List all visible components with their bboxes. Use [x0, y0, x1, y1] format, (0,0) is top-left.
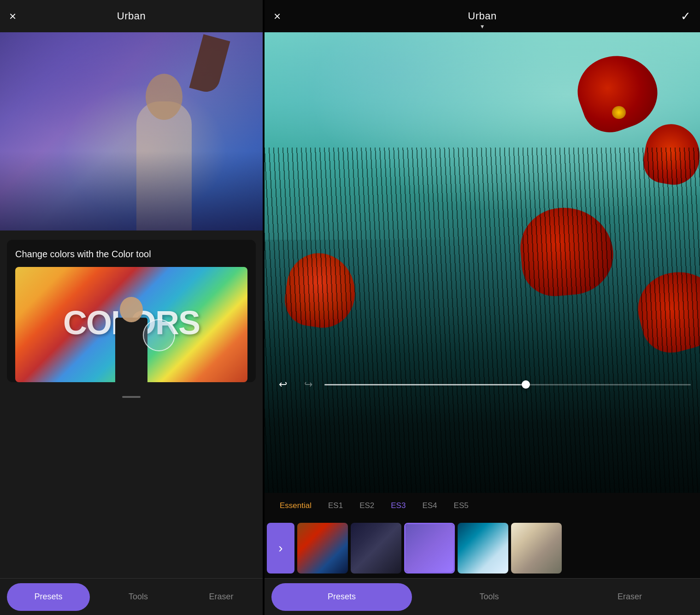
preset-thumbnails-row: ›: [265, 518, 700, 578]
poppy-center-1: [612, 106, 626, 119]
left-header: × Urban: [0, 0, 263, 32]
preset-thumb-1-image: [297, 523, 348, 574]
preset-thumb-3-image: [406, 524, 453, 572]
right-presets-tab[interactable]: Presets: [271, 583, 412, 611]
info-card-title: Change colors with the Color tool: [15, 249, 247, 260]
preset-thumb-2[interactable]: [351, 523, 401, 574]
slider-fill: [324, 384, 526, 385]
right-panel: × Urban ✓ ▾ ↩ ↪ Essential: [265, 0, 700, 615]
preset-thumb-5[interactable]: [511, 523, 562, 574]
tab-es1[interactable]: ES1: [320, 497, 351, 514]
right-confirm-button[interactable]: ✓: [681, 9, 691, 24]
info-card: Change colors with the Color tool COLORS: [7, 240, 256, 382]
right-close-button[interactable]: ×: [274, 9, 281, 24]
left-close-button[interactable]: ×: [9, 9, 16, 24]
preset-thumb-5-image: [511, 523, 562, 574]
tab-es2[interactable]: ES2: [351, 497, 382, 514]
poppy-background: [265, 32, 700, 493]
intensity-slider[interactable]: [324, 384, 691, 385]
chevron-down-icon[interactable]: ▾: [481, 23, 484, 30]
left-main-image: [0, 32, 263, 231]
slider-thumb[interactable]: [522, 380, 530, 389]
right-main-image: ↩ ↪: [265, 32, 700, 493]
magnifier-circle: [143, 319, 175, 351]
undo-button[interactable]: ↩: [274, 375, 292, 394]
right-header: × Urban ✓ ▾: [265, 0, 700, 32]
hair-detail: [189, 34, 230, 95]
preset-tabs-bar: Essential ES1 ES2 ES3 ES4 ES5: [265, 493, 700, 518]
tab-es4[interactable]: ES4: [414, 497, 445, 514]
right-bottom-tabs: Presets Tools Eraser: [265, 578, 700, 615]
preset-thumb-1[interactable]: [297, 523, 348, 574]
poppy-flower-1: [568, 44, 666, 140]
tab-essential[interactable]: Essential: [271, 497, 320, 514]
left-eraser-tab[interactable]: Eraser: [180, 579, 263, 615]
preset-thumb-4-image: [458, 523, 508, 574]
preset-thumb-3-active[interactable]: [404, 523, 455, 574]
left-tools-tab[interactable]: Tools: [97, 579, 180, 615]
left-title: Urban: [117, 10, 146, 22]
slider-area: ↩ ↪: [274, 375, 691, 394]
chevron-right-icon: ›: [278, 541, 282, 556]
scroll-indicator: [0, 391, 263, 402]
right-eraser-tab[interactable]: Eraser: [559, 579, 700, 615]
preset-thumb-4[interactable]: [458, 523, 508, 574]
info-card-image: COLORS: [15, 267, 247, 382]
stems-overlay: [265, 148, 700, 493]
right-title: Urban: [468, 10, 496, 22]
tab-es5[interactable]: ES5: [446, 497, 477, 514]
tab-es3[interactable]: ES3: [382, 497, 414, 514]
left-panel: × Urban Change colors with the Color too…: [0, 0, 263, 615]
left-image-background: [0, 32, 263, 231]
preset-thumb-2-image: [351, 523, 401, 574]
scroll-dot: [122, 396, 141, 398]
left-presets-tab[interactable]: Presets: [7, 583, 90, 611]
preset-expand-button[interactable]: ›: [267, 523, 294, 574]
redo-button[interactable]: ↪: [299, 375, 318, 394]
person-figure: [118, 69, 210, 231]
right-tools-tab[interactable]: Tools: [419, 579, 559, 615]
left-bottom-tabs: Presets Tools Eraser: [0, 578, 263, 615]
graffiti-background: COLORS: [15, 267, 247, 382]
